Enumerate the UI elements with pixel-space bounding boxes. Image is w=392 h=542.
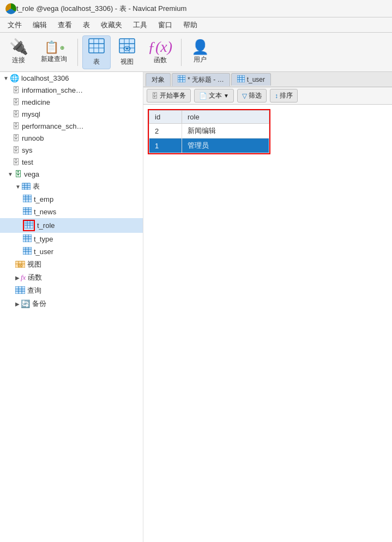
sidebar-item-medicine[interactable]: 🗄 medicine xyxy=(0,96,143,108)
tab-object-label: 对象 xyxy=(152,75,165,85)
sidebar-item-views-folder[interactable]: 视图 xyxy=(0,258,143,271)
mysql-icon: 🗄 xyxy=(12,110,20,118)
sidebar-item-t-type[interactable]: t_type xyxy=(0,233,143,245)
table-row[interactable]: 1 管理员 xyxy=(149,138,269,153)
sidebar-queries-label: 查询 xyxy=(27,286,41,296)
toolbar-user[interactable]: 👤 用户 xyxy=(186,38,214,67)
title-bar: t_role @vega (localhost_3306) - 表 - Navi… xyxy=(0,0,392,17)
sidebar-item-mysql[interactable]: 🗄 mysql xyxy=(0,108,143,120)
content-area: 对象 * 无标题 - … xyxy=(143,72,392,542)
sidebar-item-information-schema[interactable]: 🗄 information_sche… xyxy=(0,84,143,96)
sidebar-runoob-label: runoob xyxy=(22,134,44,142)
sidebar-medicine-label: medicine xyxy=(22,98,50,106)
vega-db-icon: 🗄 xyxy=(14,170,22,178)
connect-icon: 🔌 xyxy=(9,39,28,55)
information-schema-icon: 🗄 xyxy=(12,86,20,94)
menu-table[interactable]: 表 xyxy=(77,18,95,32)
sidebar-performance-schema-label: performance_sch… xyxy=(22,122,83,130)
text-btn[interactable]: 📄 文本 ▼ xyxy=(194,89,234,103)
funcs-folder-icon: fx xyxy=(21,273,26,282)
toolbar-separator-1 xyxy=(77,39,78,66)
medicine-icon: 🗄 xyxy=(12,98,20,106)
toolbar-view-icon xyxy=(119,38,135,56)
test-icon: 🗄 xyxy=(12,158,20,166)
tab-object[interactable]: 对象 xyxy=(146,73,171,86)
menu-edit[interactable]: 编辑 xyxy=(27,18,52,32)
menu-view[interactable]: 查看 xyxy=(52,18,77,32)
sidebar-item-t-emp[interactable]: t_emp xyxy=(0,193,143,206)
data-table-wrapper: id role 2 新闻编辑 1 管理员 xyxy=(143,105,392,542)
sidebar-t-role-label: t_role xyxy=(37,221,55,230)
sidebar-item-queries-folder[interactable]: 查询 xyxy=(0,284,143,297)
sidebar-item-t-role[interactable]: t_role xyxy=(0,218,143,233)
tables-folder-icon xyxy=(22,182,31,191)
window-title: t_role @vega (localhost_3306) - 表 - Navi… xyxy=(16,4,186,14)
toolbar-view[interactable]: 视图 xyxy=(113,36,141,69)
text-label: 文本 xyxy=(209,91,222,100)
views-folder-icon xyxy=(15,260,25,269)
sidebar: ▼ 🌐 localhost_3306 🗄 information_sche… 🗄… xyxy=(0,72,143,542)
menu-file[interactable]: 文件 xyxy=(2,18,27,32)
backup-arrow: ▶ xyxy=(15,301,20,307)
new-query-plus: ⊕ xyxy=(60,45,64,51)
sort-btn[interactable]: ↕ 排序 xyxy=(270,89,298,103)
sidebar-item-tables-folder[interactable]: ▼ 表 xyxy=(0,180,143,193)
svg-rect-22 xyxy=(23,207,32,215)
sort-icon: ↕ xyxy=(275,92,278,100)
sidebar-t-type-label: t_type xyxy=(34,235,53,243)
toolbar-table-label: 表 xyxy=(93,57,100,67)
sidebar-test-label: test xyxy=(22,158,33,166)
menu-help[interactable]: 帮助 xyxy=(178,18,203,32)
vega-arrow: ▼ xyxy=(8,171,13,177)
sidebar-funcs-label: 函数 xyxy=(28,273,42,282)
sidebar-item-localhost[interactable]: ▼ 🌐 localhost_3306 xyxy=(0,72,143,84)
tab-untitled-label: * 无标题 - … xyxy=(188,75,224,85)
svg-rect-27 xyxy=(25,221,33,228)
begin-transaction-btn[interactable]: 🗄 开始事务 xyxy=(147,89,191,103)
toolbar-connect-label: 连接 xyxy=(12,56,25,65)
table-row[interactable]: 2 新闻编辑 xyxy=(149,124,269,138)
menu-tools[interactable]: 工具 xyxy=(128,18,153,32)
row2-id: 1 xyxy=(149,138,182,153)
toolbar-view-label: 视图 xyxy=(120,57,134,67)
t-user-icon xyxy=(23,247,32,256)
sidebar-t-news-label: t_news xyxy=(34,208,56,216)
sidebar-item-vega[interactable]: ▼ 🗄 vega xyxy=(0,168,143,180)
sidebar-item-test[interactable]: 🗄 test xyxy=(0,156,143,168)
tables-arrow: ▼ xyxy=(15,184,21,190)
table-highlight-box: id role 2 新闻编辑 1 管理员 xyxy=(148,109,270,154)
sidebar-item-t-news[interactable]: t_news xyxy=(0,206,143,218)
sidebar-t-emp-label: t_emp xyxy=(34,195,53,203)
filter-btn[interactable]: ▽ 筛选 xyxy=(237,89,267,103)
toolbar-function-icon: ƒ(x) xyxy=(148,39,172,55)
sidebar-item-t-user[interactable]: t_user xyxy=(0,245,143,258)
sidebar-item-funcs-folder[interactable]: ▶ fx 函数 xyxy=(0,271,143,284)
menu-bar: 文件 编辑 查看 表 收藏夹 工具 窗口 帮助 xyxy=(0,17,392,33)
sidebar-mysql-label: mysql xyxy=(22,110,40,118)
data-toolbar: 🗄 开始事务 📄 文本 ▼ ▽ 筛选 ↕ 排序 xyxy=(143,87,392,105)
toolbar-function[interactable]: ƒ(x) 函数 xyxy=(143,37,177,67)
t-news-icon xyxy=(23,207,32,216)
queries-folder-icon xyxy=(15,286,25,296)
sidebar-item-sys[interactable]: 🗄 sys xyxy=(0,144,143,156)
toolbar-function-label: 函数 xyxy=(154,56,167,65)
sidebar-item-runoob[interactable]: 🗄 runoob xyxy=(0,132,143,144)
toolbar-table[interactable]: 表 xyxy=(82,35,111,69)
menu-window[interactable]: 窗口 xyxy=(153,18,178,32)
sidebar-vega-label: vega xyxy=(24,170,39,178)
tab-t-user-icon xyxy=(237,75,245,84)
svg-rect-17 xyxy=(23,195,32,202)
text-dropdown-icon: ▼ xyxy=(224,93,229,99)
localhost-arrow: ▼ xyxy=(3,75,9,81)
row1-id: 2 xyxy=(149,124,182,138)
menu-favorites[interactable]: 收藏夹 xyxy=(95,18,128,32)
toolbar-new-query[interactable]: 📋 ⊕ 新建查询 xyxy=(35,38,73,66)
tab-untitled[interactable]: * 无标题 - … xyxy=(172,73,230,86)
row2-role: 管理员 xyxy=(182,138,269,153)
backup-folder-icon: 🔄 xyxy=(21,299,30,308)
toolbar-connect[interactable]: 🔌 连接 xyxy=(4,37,33,67)
funcs-arrow: ▶ xyxy=(15,275,20,281)
sidebar-item-performance-schema[interactable]: 🗄 performance_sch… xyxy=(0,120,143,132)
sidebar-item-backup-folder[interactable]: ▶ 🔄 备份 xyxy=(0,297,143,310)
tab-t-user[interactable]: t_user xyxy=(231,73,271,86)
